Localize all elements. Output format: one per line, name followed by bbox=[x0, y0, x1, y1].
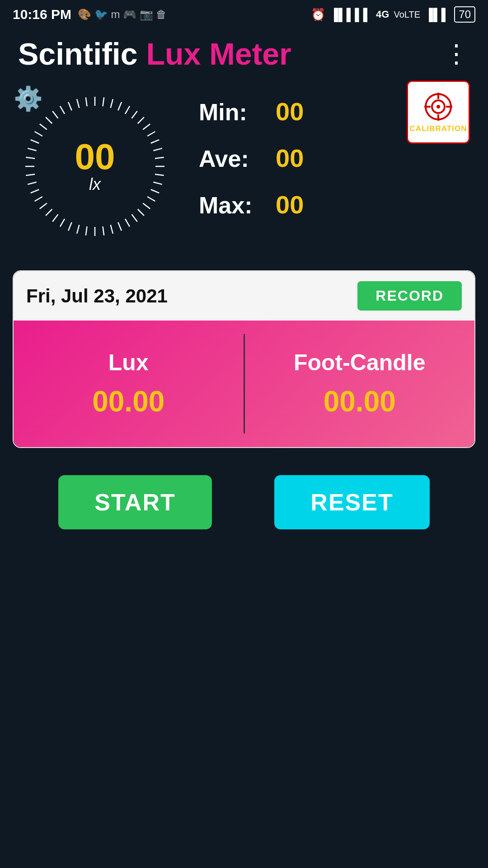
status-bar: 10:16 PM 🎨 🐦 m 🎮 📷 🗑 ⏰ ▐▌▌▌▌ 4G VoLTE ▐▌… bbox=[0, 0, 488, 27]
calibration-button[interactable]: CALIBRATION bbox=[407, 80, 470, 144]
stat-ave-label: Ave: bbox=[199, 145, 267, 172]
svg-line-41 bbox=[40, 124, 47, 129]
signal-bars: ▐▌▌▌▌ bbox=[330, 8, 371, 22]
calibration-target-icon bbox=[422, 91, 454, 123]
svg-line-33 bbox=[31, 189, 39, 193]
settings-icon[interactable]: ⚙️ bbox=[14, 85, 43, 113]
alarm-icon: ⏰ bbox=[311, 8, 325, 22]
svg-line-19 bbox=[132, 214, 137, 222]
svg-line-20 bbox=[125, 219, 130, 226]
record-footcandle-col: Foot-Candle 00.00 bbox=[245, 321, 475, 447]
svg-line-37 bbox=[26, 157, 35, 159]
svg-line-18 bbox=[138, 209, 144, 216]
app-title-word2: Lux Meter bbox=[146, 37, 291, 71]
record-card: Fri, Jul 23, 2021 RECORD Lux 00.00 Foot-… bbox=[13, 270, 475, 448]
start-button[interactable]: START bbox=[58, 475, 211, 529]
svg-point-50 bbox=[436, 105, 440, 108]
svg-line-23 bbox=[103, 226, 104, 236]
record-button[interactable]: RECORD bbox=[357, 281, 462, 311]
svg-line-13 bbox=[155, 174, 164, 175]
svg-line-11 bbox=[155, 157, 164, 159]
app-header: Scintific Lux Meter ⋮ bbox=[0, 27, 488, 76]
svg-line-6 bbox=[138, 117, 144, 123]
footcandle-value: 00.00 bbox=[324, 385, 396, 418]
svg-line-1 bbox=[103, 97, 104, 106]
svg-line-34 bbox=[28, 182, 36, 184]
status-time: 10:16 PM bbox=[13, 7, 71, 22]
svg-line-35 bbox=[26, 174, 35, 175]
svg-line-17 bbox=[143, 203, 150, 209]
svg-line-43 bbox=[52, 111, 58, 118]
svg-line-21 bbox=[118, 222, 122, 231]
app-title-word1: Scintific bbox=[18, 37, 138, 71]
meter-section: ⚙️ bbox=[0, 76, 488, 243]
record-date: Fri, Jul 23, 2021 bbox=[26, 285, 168, 307]
status-left: 10:16 PM 🎨 🐦 m 🎮 📷 🗑 bbox=[13, 7, 167, 22]
stat-min-label: Min: bbox=[199, 99, 267, 126]
stat-max-value: 00 bbox=[276, 190, 304, 219]
record-header: Fri, Jul 23, 2021 RECORD bbox=[14, 271, 474, 321]
svg-line-3 bbox=[118, 102, 122, 110]
svg-line-8 bbox=[147, 132, 155, 136]
svg-line-32 bbox=[35, 197, 42, 201]
reset-button[interactable]: RESET bbox=[274, 475, 429, 529]
stat-ave-row: Ave: 00 bbox=[199, 143, 470, 173]
svg-line-28 bbox=[60, 219, 65, 226]
svg-line-10 bbox=[153, 148, 162, 151]
svg-line-26 bbox=[77, 225, 79, 233]
svg-line-30 bbox=[46, 209, 52, 216]
app-title: Scintific Lux Meter bbox=[18, 36, 291, 71]
svg-line-47 bbox=[86, 97, 87, 106]
svg-line-46 bbox=[77, 99, 79, 108]
svg-line-2 bbox=[111, 99, 113, 108]
gauge-container: ⚙️ bbox=[18, 90, 172, 243]
svg-line-45 bbox=[68, 102, 72, 110]
svg-line-29 bbox=[52, 214, 58, 222]
footcandle-label: Foot-Candle bbox=[294, 349, 426, 376]
svg-line-44 bbox=[60, 106, 65, 114]
gauge-value: 00 bbox=[75, 139, 115, 175]
battery-indicator: 70 bbox=[454, 6, 475, 23]
lux-value: 00.00 bbox=[92, 385, 164, 418]
gauge-center: 00 lx bbox=[75, 139, 115, 194]
svg-line-22 bbox=[111, 225, 113, 233]
svg-line-25 bbox=[86, 226, 87, 236]
stat-max-row: Max: 00 bbox=[199, 190, 470, 219]
calibration-label: CALIBRATION bbox=[410, 124, 467, 133]
volte-icon: VoLTE bbox=[394, 9, 420, 20]
signal-bars-2: ▐▌▌ bbox=[425, 8, 450, 22]
stat-max-label: Max: bbox=[199, 192, 267, 219]
record-lux-col: Lux 00.00 bbox=[14, 321, 244, 447]
svg-line-27 bbox=[68, 222, 72, 231]
svg-line-16 bbox=[147, 197, 155, 201]
svg-line-9 bbox=[151, 140, 159, 143]
svg-line-31 bbox=[40, 203, 47, 209]
lux-label: Lux bbox=[108, 349, 149, 376]
svg-line-42 bbox=[46, 117, 52, 123]
stat-min-value: 00 bbox=[276, 97, 304, 126]
svg-line-14 bbox=[153, 182, 162, 184]
overflow-menu-button[interactable]: ⋮ bbox=[444, 41, 470, 66]
svg-line-7 bbox=[143, 124, 150, 129]
notification-icons: 🎨 🐦 m 🎮 📷 🗑 bbox=[78, 8, 167, 21]
svg-line-15 bbox=[151, 189, 159, 193]
stat-ave-value: 00 bbox=[276, 143, 304, 173]
status-right: ⏰ ▐▌▌▌▌ 4G VoLTE ▐▌▌ 70 bbox=[311, 6, 475, 23]
gauge-unit: lx bbox=[75, 175, 115, 194]
svg-line-5 bbox=[132, 111, 137, 118]
network-type: 4G bbox=[376, 9, 389, 20]
svg-line-39 bbox=[31, 140, 39, 143]
svg-line-4 bbox=[125, 106, 130, 114]
record-body: Lux 00.00 Foot-Candle 00.00 bbox=[14, 321, 474, 447]
svg-line-40 bbox=[35, 132, 42, 136]
svg-line-38 bbox=[28, 148, 36, 151]
action-buttons: START RESET bbox=[0, 448, 488, 547]
